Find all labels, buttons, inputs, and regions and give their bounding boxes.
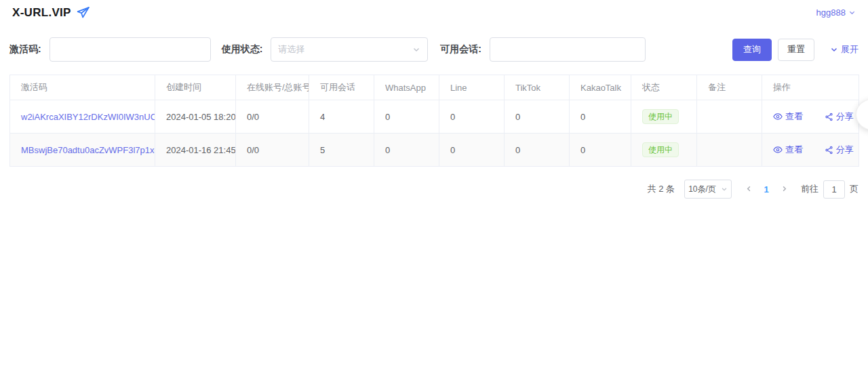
sessions-value: 5 — [309, 134, 374, 167]
col-status: 状态 — [631, 75, 697, 100]
username: hgg888 — [816, 7, 846, 18]
filter-activation-code: 激活码: — [9, 37, 211, 62]
activation-code-link[interactable]: w2iAKrcaXIBY12rDKzWI0IW3nUCpB8OG — [21, 112, 155, 122]
line-value: 0 — [439, 100, 505, 134]
col-actions: 操作 — [762, 75, 859, 100]
col-whatsapp: WhatsApp — [374, 75, 439, 100]
tiktok-value: 0 — [505, 134, 570, 167]
activation-code-input[interactable] — [50, 37, 211, 62]
usage-status-placeholder: 请选择 — [278, 43, 304, 56]
kakaotalk-value: 0 — [570, 100, 631, 134]
prev-page-button[interactable] — [740, 180, 757, 199]
chevron-right-icon — [781, 184, 788, 195]
sessions-label: 可用会话: — [440, 43, 481, 56]
created-time: 2024-01-05 18:20:57 — [155, 100, 236, 134]
activation-code-link[interactable]: MBswjBe70adtu0acZvWPF3l7p1xqXgoG — [21, 145, 155, 155]
remark-value — [697, 134, 762, 167]
chevron-left-icon — [745, 184, 753, 195]
brand-name: X-URL.VIP — [12, 6, 71, 20]
table-header-row: 激活码 创建时间 在线账号/总账号 可用会话 WhatsApp Line Tik… — [10, 75, 859, 100]
eye-icon — [773, 145, 783, 155]
chevron-down-icon — [848, 9, 856, 16]
page-suffix-label: 页 — [850, 183, 859, 195]
share-button[interactable]: 分享 — [825, 144, 854, 156]
col-line: Line — [439, 75, 505, 100]
whatsapp-value: 0 — [374, 134, 439, 167]
col-created-time: 创建时间 — [155, 75, 236, 100]
chevron-down-icon — [830, 45, 838, 54]
brand-logo: X-URL.VIP — [12, 5, 90, 20]
next-page-button[interactable] — [775, 180, 793, 199]
sessions-input[interactable] — [490, 37, 646, 62]
page-number-1[interactable]: 1 — [757, 180, 775, 199]
share-button[interactable]: 分享 — [825, 110, 854, 123]
usage-status-label: 使用状态: — [222, 43, 263, 56]
col-remark: 备注 — [697, 75, 762, 100]
filter-bar: 激活码: 使用状态: 请选择 可用会话: 查询 重置 展开 — [0, 37, 868, 62]
filter-usage-status: 使用状态: 请选择 — [222, 37, 429, 62]
view-button[interactable]: 查看 — [773, 144, 803, 156]
status-badge: 使用中 — [642, 109, 679, 124]
filter-sessions: 可用会话: — [440, 37, 646, 62]
activation-code-label: 激活码: — [9, 43, 41, 56]
col-kakaotalk: KakaoTalk — [570, 75, 631, 100]
sessions-value: 4 — [309, 100, 374, 134]
accounts-value: 0/0 — [236, 100, 309, 134]
user-menu[interactable]: hgg888 — [816, 7, 856, 18]
expand-label: 展开 — [841, 43, 859, 56]
expand-toggle[interactable]: 展开 — [830, 43, 859, 56]
share-icon — [825, 113, 833, 121]
col-sessions: 可用会话 — [309, 75, 374, 100]
col-tiktok: TikTok — [505, 75, 570, 100]
share-label: 分享 — [836, 144, 854, 156]
goto-page: 前往 页 — [801, 180, 859, 199]
filter-actions: 查询 重置 展开 — [732, 39, 859, 61]
pagination: 共 2 条 10条/页 1 前往 页 — [9, 180, 859, 199]
table-row: MBswjBe70adtu0acZvWPF3l7p1xqXgoG 2024-01… — [10, 134, 859, 167]
table-row: w2iAKrcaXIBY12rDKzWI0IW3nUCpB8OG 2024-01… — [10, 100, 859, 134]
whatsapp-value: 0 — [374, 100, 439, 134]
created-time: 2024-01-16 21:45:59 — [155, 134, 236, 167]
col-activation-code: 激活码 — [10, 75, 155, 100]
share-icon — [825, 146, 833, 155]
chevron-down-icon — [721, 186, 728, 192]
pagination-total: 共 2 条 — [648, 183, 675, 195]
status-badge: 使用中 — [642, 142, 679, 157]
paper-plane-icon — [76, 5, 90, 20]
col-accounts: 在线账号/总账号 — [236, 75, 309, 100]
activation-codes-table: 激活码 创建时间 在线账号/总账号 可用会话 WhatsApp Line Tik… — [9, 75, 859, 167]
query-button[interactable]: 查询 — [732, 39, 772, 61]
goto-label: 前往 — [801, 183, 818, 195]
reset-button[interactable]: 重置 — [778, 39, 814, 61]
remark-value — [697, 100, 762, 134]
line-value: 0 — [439, 134, 505, 167]
top-bar: X-URL.VIP hgg888 — [0, 0, 868, 20]
page-size-value: 10条/页 — [688, 184, 716, 195]
view-button[interactable]: 查看 — [773, 110, 803, 123]
tiktok-value: 0 — [505, 100, 570, 134]
chevron-down-icon — [412, 45, 420, 54]
kakaotalk-value: 0 — [570, 134, 631, 167]
page-size-select[interactable]: 10条/页 — [684, 180, 732, 199]
share-label: 分享 — [836, 110, 854, 123]
view-label: 查看 — [785, 144, 803, 156]
eye-icon — [773, 112, 783, 121]
usage-status-select[interactable]: 请选择 — [271, 37, 428, 62]
goto-page-input[interactable] — [823, 180, 845, 199]
accounts-value: 0/0 — [236, 134, 309, 167]
view-label: 查看 — [785, 110, 803, 123]
